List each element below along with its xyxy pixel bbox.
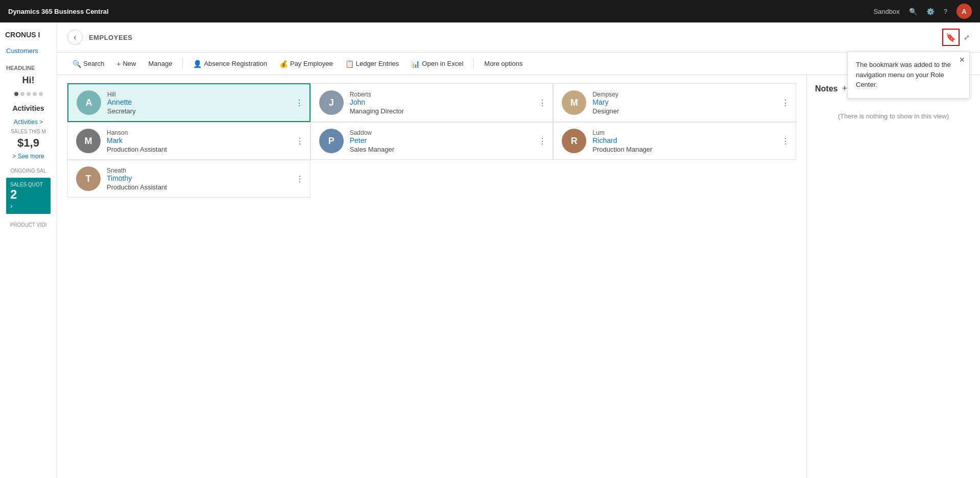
absence-label: Absence Registration: [204, 60, 267, 67]
toolbar-sep-2: [473, 59, 474, 69]
employee-firstname-lum[interactable]: Richard: [592, 136, 787, 145]
app-title: Dynamics 365 Business Central: [8, 8, 109, 15]
main-layout: CRONUS I Customers HEADLINE Hi! Activiti…: [0, 22, 980, 478]
employee-card-annette[interactable]: A Hill Annette Secretary ⋮: [67, 83, 310, 122]
employee-role-roberts: Managing Director: [350, 107, 545, 115]
employee-card-roberts[interactable]: J Roberts John Managing Director ⋮: [310, 83, 554, 122]
employee-role-saddow: Sales Manager: [350, 146, 545, 153]
employee-firstname-dempsey[interactable]: Mary: [592, 98, 787, 106]
page-title: EMPLOYEES: [89, 34, 132, 41]
new-plus-icon: +: [116, 60, 121, 68]
ledger-button[interactable]: 📋 Ledger Entries: [340, 57, 404, 70]
employee-firstname-saddow[interactable]: Peter: [350, 136, 545, 145]
employee-firstname-hanson[interactable]: Mark: [107, 136, 302, 145]
employee-more-button-lum[interactable]: ⋮: [779, 134, 792, 148]
employee-more-button-dempsey[interactable]: ⋮: [779, 96, 792, 110]
top-bar-left: Dynamics 365 Business Central: [8, 8, 109, 15]
bookmark-tooltip: ✕ The bookmark was added to the navigati…: [847, 51, 970, 99]
employee-info-dempsey: Dempsey Mary Designer: [592, 91, 787, 115]
dot-1: [14, 92, 18, 96]
employee-more-button-sneath[interactable]: ⋮: [294, 172, 306, 186]
company-name: CRONUS I: [0, 29, 57, 43]
employee-card-lum[interactable]: R Lum Richard Production Manager ⋮: [553, 122, 796, 160]
excel-button[interactable]: 📊 Open in Excel: [406, 57, 468, 70]
toolbar: 🔍 Search + New Manage 👤 Absence Registra…: [57, 53, 980, 75]
employee-info-hanson: Hanson Mark Production Assistant: [107, 129, 302, 153]
sidebar-see-more[interactable]: > See more: [6, 151, 50, 162]
employee-more-button-hanson[interactable]: ⋮: [294, 134, 306, 148]
employee-info-saddow: Saddow Peter Sales Manager: [350, 129, 545, 153]
notes-add-button[interactable]: +: [842, 83, 847, 94]
more-options-button[interactable]: More options: [479, 57, 528, 70]
back-arrow-icon: ‹: [74, 33, 76, 42]
body-content: A Hill Annette Secretary ⋮ J Roberts Joh…: [57, 75, 980, 478]
manage-button[interactable]: Manage: [143, 57, 177, 70]
pay-button[interactable]: 💰 Pay Employee: [274, 57, 338, 70]
employee-lastname-sneath: Sneath: [107, 167, 302, 174]
employee-role-lum: Production Manager: [592, 146, 787, 153]
employee-role-hanson: Production Assistant: [107, 146, 302, 153]
absence-icon: 👤: [193, 60, 202, 68]
employee-card-dempsey[interactable]: M Dempsey Mary Designer ⋮: [553, 83, 796, 122]
more-options-label: More options: [484, 60, 522, 67]
help-icon[interactable]: ?: [944, 8, 947, 15]
avatar-dempsey: M: [562, 90, 586, 115]
employee-list-area: A Hill Annette Secretary ⋮ J Roberts Joh…: [57, 75, 806, 478]
employee-grid: A Hill Annette Secretary ⋮ J Roberts Joh…: [67, 83, 796, 198]
employee-firstname-sneath[interactable]: Timothy: [107, 174, 302, 182]
employee-role-dempsey: Designer: [592, 107, 787, 115]
new-button[interactable]: + New: [111, 57, 141, 70]
sidebar-product-section: PRODUCT VIDI: [4, 216, 53, 230]
tooltip-close-button[interactable]: ✕: [959, 56, 965, 64]
sidebar-sales-label: SALES THIS M: [5, 128, 52, 135]
employee-role-annette: Secretary: [107, 107, 301, 115]
dot-3: [27, 92, 31, 96]
environment-label: Sandbox: [873, 8, 899, 15]
settings-icon[interactable]: ⚙️: [926, 8, 935, 15]
employee-lastname-dempsey: Dempsey: [592, 91, 787, 98]
employee-lastname-hanson: Hanson: [107, 129, 302, 136]
employee-info-sneath: Sneath Timothy Production Assistant: [107, 167, 302, 191]
tooltip-text: The bookmark was added to the navigation…: [856, 60, 961, 90]
sidebar-item-customers[interactable]: Customers: [0, 43, 57, 59]
employee-lastname-lum: Lum: [592, 129, 787, 136]
avatar-saddow: P: [319, 129, 344, 153]
bookmark-icon: 🔖: [946, 33, 956, 42]
search-icon[interactable]: 🔍: [909, 8, 917, 15]
bookmark-container: 🔖 ⤢: [942, 29, 970, 46]
employee-firstname-roberts[interactable]: John: [350, 98, 545, 106]
back-button[interactable]: ‹: [67, 30, 83, 45]
sidebar-activities-sub[interactable]: Activities >: [8, 116, 50, 128]
employee-info-annette: Hill Annette Secretary: [107, 91, 301, 115]
dot-5: [39, 92, 43, 96]
manage-label: Manage: [148, 60, 172, 67]
bookmark-button[interactable]: 🔖: [942, 29, 960, 46]
notes-empty-message: (There is nothing to show in this view): [815, 112, 972, 120]
employee-more-button-annette[interactable]: ⋮: [293, 96, 305, 110]
search-button[interactable]: 🔍 Search: [67, 57, 109, 70]
employee-card-saddow[interactable]: P Saddow Peter Sales Manager ⋮: [310, 122, 554, 160]
sidebar-tile-sales-quot[interactable]: SALES QUOT 2 ›: [6, 178, 51, 214]
sidebar: CRONUS I Customers HEADLINE Hi! Activiti…: [0, 22, 57, 478]
expand-icon[interactable]: ⤢: [964, 33, 970, 41]
sidebar-tile-label: SALES QUOT: [10, 182, 46, 187]
employee-card-hanson[interactable]: M Hanson Mark Production Assistant ⋮: [67, 122, 310, 160]
user-avatar[interactable]: A: [957, 4, 972, 19]
employee-more-button-saddow[interactable]: ⋮: [536, 134, 548, 148]
avatar-sneath: T: [76, 166, 101, 191]
search-icon: 🔍: [73, 60, 81, 68]
employee-card-sneath[interactable]: T Sneath Timothy Production Assistant ⋮: [67, 160, 310, 198]
sidebar-dots: [8, 88, 49, 100]
notes-panel: Notes + (There is nothing to show in thi…: [806, 75, 980, 478]
excel-icon: 📊: [411, 60, 420, 68]
employee-firstname-annette[interactable]: Annette: [107, 98, 301, 106]
sidebar-tile-arrow: ›: [10, 202, 46, 210]
absence-button[interactable]: 👤 Absence Registration: [188, 57, 272, 70]
employee-more-button-roberts[interactable]: ⋮: [536, 96, 548, 110]
top-bar-right: Sandbox 🔍 ⚙️ ? A: [873, 4, 972, 19]
search-label: Search: [83, 60, 104, 67]
avatar-annette: A: [77, 90, 101, 115]
pay-label: Pay Employee: [290, 60, 333, 67]
avatar-lum: R: [562, 129, 586, 153]
ledger-label: Ledger Entries: [356, 60, 399, 67]
